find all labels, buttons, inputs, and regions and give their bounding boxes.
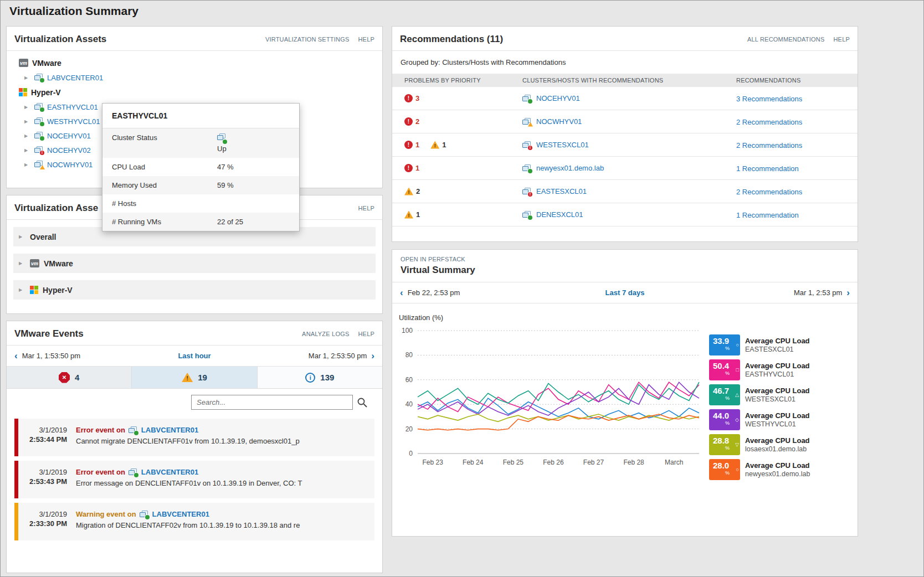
- chevron-right-icon[interactable]: ›: [846, 288, 850, 297]
- chevron-left-icon[interactable]: ‹: [14, 351, 18, 360]
- event-type-label: Error event on: [76, 426, 125, 434]
- event-datetime: 3/1/20192:53:44 PM: [18, 419, 73, 456]
- expander-icon[interactable]: ▶: [24, 162, 31, 167]
- status-error-icon: !: [528, 192, 532, 197]
- chevron-right-icon[interactable]: ›: [371, 351, 374, 360]
- legend-metric: Average CPU Load: [745, 461, 810, 470]
- events-tab-info[interactable]: i139: [258, 367, 382, 388]
- asset-link[interactable]: EASTHYVCL01: [47, 103, 98, 111]
- asset-link[interactable]: LABVCENTER01: [47, 74, 103, 82]
- expander-icon[interactable]: ▶: [24, 133, 31, 138]
- recommendation-link[interactable]: 3 Recommendations: [736, 95, 802, 103]
- warning-triangle-icon: !: [182, 373, 193, 382]
- expander-icon[interactable]: ▶: [24, 148, 31, 153]
- help-link[interactable]: HELP: [358, 331, 374, 337]
- event-severity-bar: [14, 503, 18, 540]
- events-tab-error[interactable]: ✕4: [7, 367, 132, 388]
- recommendation-link[interactable]: 2 Recommendations: [736, 141, 802, 150]
- status-up-icon: [134, 473, 138, 477]
- recommendation-link[interactable]: 2 Recommendations: [736, 188, 802, 196]
- panel-title: Virtual Summary: [392, 262, 858, 282]
- priority-error: !2: [404, 117, 419, 126]
- help-link[interactable]: HELP: [833, 36, 850, 43]
- priority-count: 1: [415, 164, 419, 172]
- host-icon: !: [522, 188, 532, 195]
- host-icon: [522, 164, 532, 172]
- cluster-host-link[interactable]: EASTESXCL01: [536, 187, 587, 195]
- events-time-bar: ‹ Mar 1, 1:53:50 pm Last hour Mar 1, 2:5…: [7, 346, 382, 367]
- series-marker-icon: □: [736, 367, 739, 373]
- tooltip-label: # Hosts: [112, 199, 217, 208]
- time-end: Mar 1, 2:53 pm: [794, 288, 842, 297]
- alert-group-label: Hyper-V: [43, 286, 73, 295]
- cluster-host-link[interactable]: WESTESXCL01: [536, 141, 589, 149]
- expander-icon[interactable]: ▶: [19, 261, 25, 266]
- cluster-host-link[interactable]: DENESXCL01: [536, 210, 583, 219]
- event-host-link[interactable]: LABVCENTER01: [141, 468, 198, 476]
- events-tab-warning[interactable]: !19: [132, 367, 257, 388]
- expander-icon[interactable]: ▶: [19, 234, 25, 239]
- cluster-host-link[interactable]: NOCWHYV01: [536, 117, 582, 126]
- chevron-left-icon[interactable]: ‹: [400, 288, 403, 297]
- help-link[interactable]: HELP: [358, 36, 374, 43]
- legend-item[interactable]: 28.0%○Average CPU Loadnewyesx01.demo.lab: [709, 459, 810, 480]
- tooltip-label: CPU Load: [112, 163, 217, 171]
- alert-group-row[interactable]: ▶vmVMware: [13, 254, 376, 273]
- open-in-perfstack-link[interactable]: OPEN IN PERFSTACK: [392, 250, 858, 262]
- all-recommendations-link[interactable]: ALL RECOMMENDATIONS: [747, 36, 825, 43]
- legend-item[interactable]: 33.9%○Average CPU LoadEASTESXCL01: [709, 334, 810, 356]
- help-link[interactable]: HELP: [358, 205, 374, 212]
- recommendations-panel: Recommendations (11) ALL RECOMMENDATIONS…: [392, 26, 858, 242]
- event-host-link[interactable]: LABVCENTER01: [152, 510, 209, 518]
- status-up-icon: [528, 215, 532, 220]
- expander-icon[interactable]: ▶: [24, 105, 31, 110]
- legend-metric: Average CPU Load: [745, 337, 810, 345]
- expander-icon[interactable]: ▶: [24, 75, 31, 80]
- host-icon: !: [34, 146, 44, 154]
- asset-link[interactable]: NOCEHYV02: [47, 146, 91, 154]
- legend-item[interactable]: 28.8%▽Average CPU Loadlosaesx01.demo.lab: [709, 434, 810, 455]
- legend-item[interactable]: 44.0%◇Average CPU LoadWESTHYVCL01: [709, 409, 810, 430]
- event-type-label: Warning event on: [76, 510, 136, 518]
- asset-link[interactable]: WESTHYVCL01: [47, 117, 100, 126]
- event-host-link[interactable]: LABVCENTER01: [141, 426, 198, 434]
- event-row[interactable]: 3/1/20192:53:43 PMError event onLABVCENT…: [14, 461, 374, 498]
- recommendation-link[interactable]: 1 Recommendation: [736, 164, 799, 173]
- series-marker-icon: ◇: [735, 417, 739, 423]
- recommendation-link[interactable]: 2 Recommendations: [736, 118, 802, 126]
- analyze-logs-link[interactable]: ANALYZE LOGS: [302, 331, 349, 337]
- legend-item[interactable]: 46.7%△Average CPU LoadWESTESXCL01: [709, 384, 810, 405]
- event-row[interactable]: 3/1/20192:33:30 PMWarning event onLABVCE…: [14, 503, 374, 540]
- expander-icon[interactable]: ▶: [19, 287, 25, 292]
- search-icon[interactable]: [357, 397, 368, 408]
- virtualization-settings-link[interactable]: VIRTUALIZATION SETTINGS: [265, 36, 350, 43]
- recommendation-row: !1newyesx01.demo.lab1 Recommendation: [392, 157, 858, 180]
- alert-group-row[interactable]: ▶Hyper-V: [13, 280, 376, 300]
- legend-host: EASTESXCL01: [745, 346, 810, 353]
- svg-text:Feb 26: Feb 26: [543, 458, 564, 466]
- search-input[interactable]: [191, 395, 353, 410]
- svg-text:20: 20: [405, 425, 413, 433]
- tooltip-title: EASTHYVCL01: [102, 104, 299, 128]
- event-row[interactable]: 3/1/20192:53:44 PMError event onLABVCENT…: [14, 419, 374, 456]
- panel-title: Recommendations (11): [400, 34, 503, 45]
- host-icon: [34, 103, 44, 111]
- expander-icon[interactable]: ▶: [24, 119, 31, 124]
- asset-link[interactable]: NOCEHYV01: [47, 132, 91, 140]
- status-up-icon: [40, 78, 44, 83]
- priority-warning: !1: [404, 210, 420, 219]
- tooltip-row: CPU Load47 %: [102, 158, 299, 176]
- tooltip-rows: Cluster StatusUpCPU Load47 %Memory Used5…: [102, 128, 299, 231]
- legend-item[interactable]: 50.4%□Average CPU LoadEASTHYVCL01: [709, 359, 810, 380]
- svg-text:March: March: [665, 458, 683, 466]
- host-icon: [34, 132, 44, 140]
- recommendation-link[interactable]: 1 Recommendation: [736, 211, 799, 219]
- asset-link[interactable]: NOCWHYV01: [47, 161, 93, 169]
- cluster-host-link[interactable]: newyesx01.demo.lab: [536, 164, 604, 172]
- status-up-icon: [40, 122, 44, 126]
- legend-metric: Average CPU Load: [745, 436, 810, 445]
- tooltip-row: # Hosts: [102, 194, 299, 213]
- cluster-host-link[interactable]: NOCEHYV01: [536, 94, 580, 102]
- status-up-icon: [223, 140, 227, 144]
- time-range-selector[interactable]: Last 7 days: [392, 288, 858, 297]
